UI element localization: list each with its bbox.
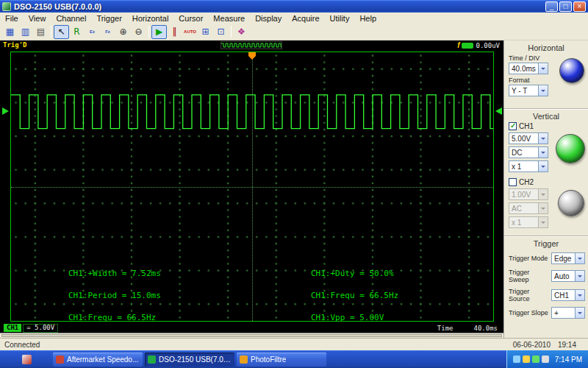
ch2-probe-select[interactable]: x 1 [509, 216, 548, 228]
trigger-level-marker[interactable] [495, 107, 502, 115]
chevron-down-icon [538, 189, 548, 199]
taskbar-button[interactable]: PhotoFiltre [237, 353, 326, 367]
close-button[interactable]: × [573, 1, 586, 12]
horizontal-scrollbar[interactable] [0, 333, 503, 338]
ch2-position-knob[interactable] [558, 190, 584, 216]
trigger-row: Trigger SweepAuto [509, 269, 585, 283]
menu-horizontal[interactable]: Horizontal [127, 13, 174, 24]
trigger-sweep-label: Trigger Sweep [509, 269, 551, 283]
measurement-readout: CH1:Period = 15.0ms [68, 291, 161, 300]
channel-marker[interactable] [2, 107, 9, 115]
menu-acquire[interactable]: Acquire [287, 13, 324, 24]
time-value: 40.0ms [473, 325, 498, 332]
ch2-volts-value: 1.00V [509, 191, 538, 199]
menu-trigger[interactable]: Trigger [91, 13, 126, 24]
waveform-preview[interactable] [220, 41, 282, 49]
measurements-left: CH1:+Width = 7.52msCH1:Period = 15.0msCH… [68, 269, 161, 335]
ch1-label: CH1 [519, 122, 534, 130]
pointer-icon: ↖ [57, 27, 65, 36]
tray-icon[interactable] [542, 355, 549, 363]
status-date: 06-06-2010 [513, 341, 551, 349]
ch2-checkbox[interactable]: CH2 [509, 178, 588, 186]
frequency-icon: f [457, 42, 459, 49]
app-icon [148, 355, 156, 364]
taskbar-button[interactable]: Aftermarket Speedo... [53, 353, 143, 367]
trigger-sweep-select[interactable]: Auto [551, 270, 585, 282]
format-value: Y - T [509, 87, 538, 95]
trigger-row: Trigger Slope+ [509, 307, 585, 319]
run-button[interactable]: ▶ [151, 25, 167, 39]
menu-cursor[interactable]: Cursor [173, 13, 208, 24]
chevron-down-icon [538, 203, 548, 213]
export-button[interactable]: ▥ [18, 25, 33, 39]
menu-utility[interactable]: Utility [325, 13, 355, 24]
trigger-position-marker[interactable] [248, 52, 256, 56]
app-icon [56, 355, 64, 364]
main-area: Trig'D f 0.00uV [0, 40, 588, 338]
pause-icon: ‖ [173, 27, 177, 36]
menu-display[interactable]: Display [250, 13, 287, 24]
menu-measure[interactable]: Measure [208, 13, 250, 24]
ch2-coupling-select[interactable]: AC [509, 202, 548, 214]
ch1-checkbox[interactable]: CH1 [509, 122, 588, 130]
ch1-probe-select[interactable]: x 1 [509, 160, 548, 172]
refresh-button[interactable]: R [69, 25, 85, 39]
app-icon [240, 355, 248, 364]
taskbar-button-label: Aftermarket Speedo... [67, 355, 138, 364]
time-div-select[interactable]: 40.0ms [509, 63, 548, 74]
cursor-ez-button[interactable]: Ez [85, 25, 100, 39]
palette-button[interactable]: ❖ [234, 25, 249, 39]
ch1-volts-select[interactable]: 5.00V [509, 132, 548, 144]
trigger-source-value: CH1 [552, 291, 575, 300]
trigger-status-bar: Trig'D f 0.00uV [0, 40, 503, 50]
tray-icon[interactable] [532, 355, 539, 363]
cursor-fz-icon: Fz [105, 27, 110, 36]
print-button[interactable]: ▤ [33, 25, 49, 39]
trigger-slope-select[interactable]: + [551, 307, 585, 319]
quick-launch-icon[interactable] [22, 355, 32, 364]
menu-channel[interactable]: Channel [51, 13, 91, 24]
tray-icon[interactable] [513, 355, 520, 363]
grid-button[interactable]: ⊞ [198, 25, 213, 39]
horizontal-section-title: Horizontal [504, 43, 588, 52]
minimize-button[interactable]: _ [545, 1, 558, 12]
cursor-fz-button[interactable]: Fz [100, 25, 115, 39]
time-div-value: 40.0ms [509, 65, 538, 73]
display-mode-button[interactable]: ⊡ [213, 25, 229, 39]
menu-bar: FileViewChannelTriggerHorizontalCursorMe… [0, 13, 588, 24]
status-bar: Connected 06-06-2010 19:14 [0, 338, 588, 350]
ch1-position-knob[interactable] [556, 134, 585, 163]
pointer-button[interactable]: ↖ [54, 25, 69, 39]
scrollbar-thumb[interactable] [1, 334, 502, 337]
level-badge-icon [462, 43, 473, 49]
scope-plot[interactable]: CH1:+Width = 7.52msCH1:Period = 15.0msCH… [10, 52, 494, 322]
menu-view[interactable]: View [24, 13, 51, 24]
ch1-coupling-select[interactable]: DC [509, 146, 548, 158]
zoom-out-button[interactable]: ⊖ [131, 25, 146, 39]
trigger-source-select[interactable]: CH1 [551, 289, 585, 301]
menu-file[interactable]: File [0, 13, 24, 24]
save-button[interactable]: ▦ [2, 25, 18, 39]
trigger-status: Trig'D [3, 41, 27, 49]
tray-icons [513, 355, 549, 363]
app-window: DSO-2150 USB(7.0.0.0) _ □ × FileViewChan… [0, 0, 588, 368]
zoom-in-button[interactable]: ⊕ [115, 25, 131, 39]
trigger-mode-select[interactable]: Edge [551, 252, 585, 264]
channel-badge[interactable]: CH1 [4, 324, 21, 332]
taskbar-button[interactable]: DSO-2150 USB(7.0.0... [145, 353, 234, 367]
toolbar: ▦▥▤↖REzFz⊕⊖▶‖AUTO⊞⊡❖ [0, 24, 588, 40]
menu-help[interactable]: Help [354, 13, 381, 24]
maximize-button[interactable]: □ [559, 1, 572, 12]
display-mode-icon: ⊡ [217, 27, 224, 36]
pause-button[interactable]: ‖ [167, 25, 182, 39]
tray-icon[interactable] [523, 355, 530, 363]
status-time: 19:14 [558, 341, 576, 349]
format-select[interactable]: Y - T [509, 85, 548, 96]
ch2-volts-select[interactable]: 1.00V [509, 188, 548, 200]
autoset-button[interactable]: AUTO [182, 25, 198, 39]
vertical-section-title: Vertical [504, 112, 588, 121]
save-icon: ▦ [6, 27, 14, 36]
taskbar-clock[interactable]: 7:14 PM [555, 355, 582, 364]
horizontal-knob[interactable] [559, 58, 584, 83]
ch1-coupling-value: DC [509, 149, 538, 157]
